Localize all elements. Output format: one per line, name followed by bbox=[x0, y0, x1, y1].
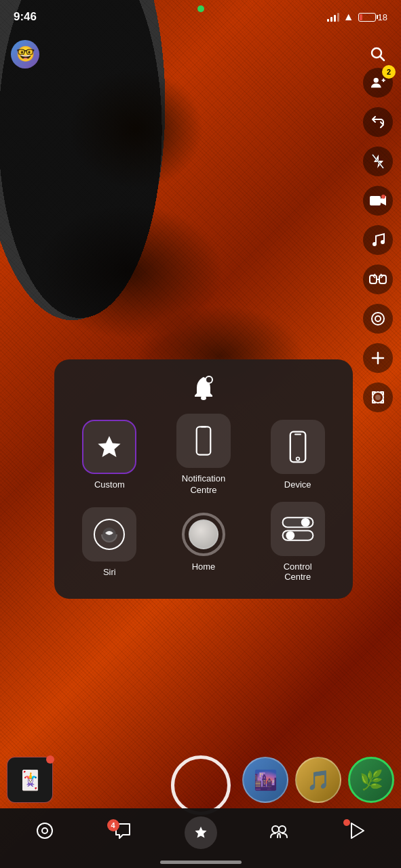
avatar-emoji: 🤓 bbox=[16, 45, 35, 63]
svg-point-14 bbox=[372, 313, 384, 325]
signal-bar-1 bbox=[327, 19, 329, 22]
battery-fill bbox=[360, 14, 362, 20]
add-icon bbox=[370, 351, 385, 366]
menu-item-control-centre[interactable]: ControlCentre bbox=[271, 502, 325, 583]
svg-marker-23 bbox=[98, 436, 121, 457]
status-icons: ▲ 18 bbox=[327, 11, 387, 23]
battery-indicator: 18 bbox=[358, 12, 387, 22]
dark-patch bbox=[68, 68, 204, 190]
story-item-1[interactable]: 🌆 bbox=[242, 757, 288, 803]
face-swap-icon bbox=[369, 272, 387, 287]
avatar[interactable]: 🤓 bbox=[11, 40, 39, 68]
scan-icon bbox=[370, 389, 386, 406]
video-icon bbox=[369, 194, 387, 208]
svg-point-9 bbox=[381, 195, 385, 199]
star-icon bbox=[96, 433, 123, 460]
signal-bar-2 bbox=[330, 17, 332, 22]
signal-bar-4 bbox=[337, 13, 339, 22]
menu-item-notification-centre[interactable]: NotificationCentre bbox=[176, 414, 231, 496]
menu-bell-icon bbox=[189, 373, 218, 406]
add-friend-badge: 2 bbox=[382, 65, 396, 79]
control-centre-icon bbox=[271, 502, 325, 556]
svg-point-20 bbox=[201, 396, 206, 400]
battery-icon bbox=[358, 13, 376, 22]
lens-button[interactable] bbox=[363, 304, 393, 334]
nav-item-map[interactable] bbox=[5, 822, 83, 844]
device-icon bbox=[271, 420, 325, 474]
home-label: Home bbox=[192, 561, 216, 572]
face-swap-button[interactable] bbox=[363, 264, 393, 294]
flip-camera-icon bbox=[370, 114, 386, 130]
svg-point-28 bbox=[296, 457, 299, 460]
svg-point-39 bbox=[279, 826, 286, 833]
menu-item-home[interactable]: Home bbox=[182, 513, 225, 572]
add-friend-icon bbox=[370, 75, 385, 90]
device-label: Device bbox=[284, 479, 311, 490]
phone-icon bbox=[191, 426, 216, 456]
menu-grid: Custom NotificationCentre Device bbox=[65, 414, 342, 583]
scan-button[interactable] bbox=[363, 382, 393, 412]
lens-icon bbox=[370, 311, 386, 327]
capture-button-area[interactable] bbox=[171, 755, 231, 815]
svg-line-1 bbox=[381, 57, 385, 61]
svg-point-22 bbox=[206, 377, 212, 382]
menu-item-siri[interactable]: Siri bbox=[82, 507, 136, 578]
status-time: 9:46 bbox=[14, 10, 37, 24]
stories-icon bbox=[349, 822, 365, 844]
svg-point-36 bbox=[42, 828, 47, 833]
svg-point-38 bbox=[272, 826, 279, 833]
custom-label: Custom bbox=[94, 479, 125, 490]
discover-icon bbox=[269, 823, 288, 843]
camera-center-icon bbox=[185, 816, 217, 849]
svg-point-35 bbox=[37, 823, 52, 838]
nav-item-chat[interactable]: 4 bbox=[83, 822, 161, 844]
notification-centre-label: NotificationCentre bbox=[182, 473, 225, 496]
menu-item-custom[interactable]: Custom bbox=[82, 420, 136, 490]
add-button[interactable] bbox=[363, 343, 393, 373]
right-toolbar: 2 bbox=[363, 68, 393, 412]
signal-bars-icon bbox=[327, 12, 339, 22]
svg-marker-40 bbox=[351, 823, 364, 838]
flash-off-icon bbox=[371, 153, 385, 170]
siri-circle-icon bbox=[93, 518, 126, 551]
wifi-icon: ▲ bbox=[343, 11, 354, 23]
notification-centre-icon bbox=[176, 414, 231, 468]
toggle-icon bbox=[282, 515, 314, 542]
story-item-3[interactable]: 🌿 bbox=[348, 757, 394, 803]
search-icon bbox=[370, 46, 386, 62]
nav-item-stories[interactable] bbox=[318, 822, 396, 844]
siri-icon bbox=[82, 507, 136, 561]
flip-camera-button[interactable] bbox=[363, 107, 393, 137]
siri-label: Siri bbox=[103, 567, 116, 578]
menu-item-device[interactable]: Device bbox=[271, 420, 325, 490]
control-centre-label: ControlCentre bbox=[284, 561, 312, 583]
chat-icon: 4 bbox=[114, 822, 132, 844]
custom-icon bbox=[82, 420, 136, 474]
video-button[interactable] bbox=[363, 186, 393, 216]
chat-badge: 4 bbox=[107, 819, 119, 831]
home-button-icon bbox=[182, 513, 225, 556]
flash-off-button[interactable] bbox=[363, 146, 393, 176]
home-button-inner bbox=[189, 519, 218, 549]
search-button[interactable] bbox=[366, 42, 390, 66]
story-item-2[interactable]: 🎵 bbox=[295, 757, 341, 803]
svg-rect-24 bbox=[197, 427, 211, 454]
svg-point-11 bbox=[381, 240, 385, 244]
nav-item-camera[interactable] bbox=[161, 816, 240, 849]
signal-bar-3 bbox=[334, 15, 336, 22]
bottom-nav: 4 bbox=[0, 808, 401, 868]
add-friend-button[interactable]: 2 bbox=[363, 68, 393, 98]
nav-item-discover[interactable] bbox=[240, 823, 318, 843]
music-button[interactable] bbox=[363, 225, 393, 255]
map-icon bbox=[36, 822, 54, 844]
music-icon bbox=[370, 232, 385, 248]
svg-point-10 bbox=[373, 242, 377, 246]
svg-point-15 bbox=[375, 316, 381, 321]
camera-indicator-dot bbox=[197, 5, 204, 12]
cards-emoji: 🃏 bbox=[18, 769, 42, 791]
svg-point-2 bbox=[374, 78, 379, 83]
story-item-cards[interactable]: 🃏 bbox=[7, 757, 53, 803]
capture-button[interactable] bbox=[171, 755, 231, 815]
home-indicator bbox=[160, 861, 242, 864]
context-menu: Custom NotificationCentre Device bbox=[54, 359, 353, 599]
